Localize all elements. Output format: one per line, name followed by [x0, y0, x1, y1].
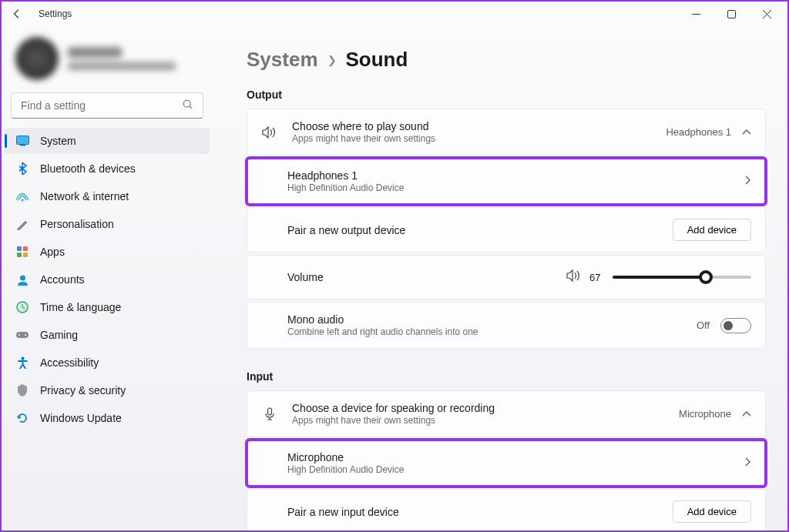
breadcrumb: System ❯ Sound — [247, 48, 766, 72]
clock-icon — [15, 300, 29, 314]
bluetooth-icon — [15, 162, 29, 176]
card-subtext: Apps might have their own settings — [292, 133, 652, 144]
profile-name — [68, 47, 122, 58]
sidebar-item-label: Personalisation — [40, 218, 114, 230]
svg-point-9 — [20, 275, 25, 280]
output-volume-row: Volume 67 — [247, 255, 766, 299]
avatar — [15, 37, 59, 80]
speaker-icon — [261, 126, 278, 139]
output-volume-slider[interactable] — [613, 276, 751, 279]
sidebar-item-label: Accounts — [40, 273, 85, 286]
card-subtext: Apps might have their own settings — [292, 415, 665, 426]
sidebar-item-personalisation[interactable]: Personalisation — [5, 211, 210, 237]
svg-point-13 — [25, 334, 26, 336]
input-selected-value: Microphone — [679, 408, 731, 420]
maximize-button[interactable] — [713, 2, 749, 26]
app-title: Settings — [39, 8, 72, 19]
output-device-row[interactable]: Headphones 1 High Definition Audio Devic… — [247, 158, 766, 205]
input-choose-row[interactable]: Choose a device for speaking or recordin… — [247, 390, 766, 437]
output-volume-value: 67 — [589, 272, 605, 283]
card-subtext: High Definition Audio Device — [287, 464, 731, 475]
shield-icon — [15, 383, 29, 397]
svg-rect-2 — [16, 136, 29, 145]
svg-rect-0 — [727, 10, 735, 18]
chevron-right-icon: ❯ — [327, 54, 337, 66]
mono-audio-toggle[interactable] — [720, 318, 751, 333]
svg-rect-11 — [16, 332, 29, 338]
update-icon — [15, 411, 29, 425]
input-pair-row: Pair a new input device Add device — [247, 489, 766, 530]
chevron-up-icon — [742, 409, 751, 420]
svg-rect-3 — [20, 145, 25, 146]
sidebar-item-time[interactable]: Time & language — [5, 294, 210, 320]
gaming-icon — [15, 328, 29, 342]
search-input[interactable] — [21, 99, 183, 112]
back-button[interactable] — [5, 2, 29, 26]
output-choose-row[interactable]: Choose where to play sound Apps might ha… — [247, 109, 766, 156]
sidebar-item-system[interactable]: System — [5, 128, 210, 154]
card-subtext: Combine left and right audio channels in… — [287, 326, 683, 337]
sidebar-item-label: Time & language — [40, 301, 121, 313]
sidebar-item-bluetooth[interactable]: Bluetooth & devices — [5, 156, 210, 182]
sidebar-item-privacy[interactable]: Privacy & security — [5, 377, 210, 403]
input-section-header: Input — [247, 370, 766, 383]
main-content: System ❯ Sound Output Choose where to pl… — [216, 26, 787, 530]
svg-rect-7 — [17, 253, 22, 257]
sidebar-item-gaming[interactable]: Gaming — [5, 322, 210, 348]
card-title: Mono audio — [287, 313, 683, 326]
svg-rect-5 — [17, 246, 22, 251]
output-selected-value: Headphones 1 — [666, 126, 731, 138]
svg-point-4 — [22, 199, 24, 201]
sidebar-item-accessibility[interactable]: Accessibility — [5, 350, 210, 376]
mono-audio-row[interactable]: Mono audio Combine left and right audio … — [247, 302, 766, 349]
chevron-right-icon — [745, 457, 751, 469]
svg-point-14 — [21, 357, 24, 360]
system-icon — [15, 134, 29, 148]
personalisation-icon — [15, 217, 29, 231]
accessibility-icon — [15, 356, 29, 370]
close-button[interactable] — [749, 2, 784, 26]
network-icon — [15, 189, 29, 203]
mono-audio-state: Off — [697, 320, 710, 331]
add-input-device-button[interactable]: Add device — [673, 500, 751, 523]
svg-rect-6 — [23, 246, 28, 251]
card-subtext: High Definition Audio Device — [287, 182, 731, 193]
sidebar-item-network[interactable]: Network & internet — [5, 183, 210, 209]
accounts-icon — [15, 273, 29, 286]
sidebar-item-label: Privacy & security — [40, 384, 126, 396]
svg-rect-15 — [268, 408, 272, 415]
svg-rect-8 — [23, 253, 28, 257]
breadcrumb-parent[interactable]: System — [247, 48, 318, 72]
profile-section[interactable] — [5, 32, 210, 92]
input-device-row[interactable]: Microphone High Definition Audio Device — [247, 440, 766, 487]
card-title: Choose a device for speaking or recordin… — [292, 402, 665, 414]
sidebar-item-accounts[interactable]: Accounts — [5, 266, 210, 293]
sidebar-item-label: Bluetooth & devices — [40, 162, 136, 175]
add-output-device-button[interactable]: Add device — [673, 219, 751, 241]
svg-point-1 — [183, 100, 190, 107]
speaker-icon[interactable] — [566, 269, 582, 285]
sidebar-item-apps[interactable]: Apps — [5, 239, 210, 265]
chevron-up-icon — [742, 127, 751, 138]
profile-email — [68, 62, 176, 70]
svg-point-12 — [18, 334, 20, 336]
search-icon — [183, 99, 193, 112]
sidebar-item-label: Windows Update — [40, 412, 122, 424]
sidebar-item-label: Gaming — [40, 329, 78, 341]
minimize-button[interactable] — [678, 2, 713, 26]
output-pair-row: Pair a new output device Add device — [247, 207, 766, 253]
sidebar-item-label: Network & internet — [40, 190, 129, 202]
chevron-right-icon — [745, 176, 751, 187]
sidebar-item-label: Apps — [40, 246, 65, 258]
sidebar: System Bluetooth & devices Network & int… — [2, 26, 216, 530]
apps-icon — [15, 245, 29, 259]
titlebar: Settings — [2, 2, 787, 26]
search-box[interactable] — [11, 92, 203, 119]
sidebar-item-label: Accessibility — [40, 356, 99, 369]
sidebar-item-update[interactable]: Windows Update — [5, 405, 210, 431]
card-title: Headphones 1 — [287, 169, 731, 182]
card-title: Choose where to play sound — [292, 120, 652, 132]
breadcrumb-current: Sound — [346, 48, 408, 72]
sidebar-item-label: System — [40, 135, 76, 147]
card-title: Volume — [287, 271, 552, 283]
